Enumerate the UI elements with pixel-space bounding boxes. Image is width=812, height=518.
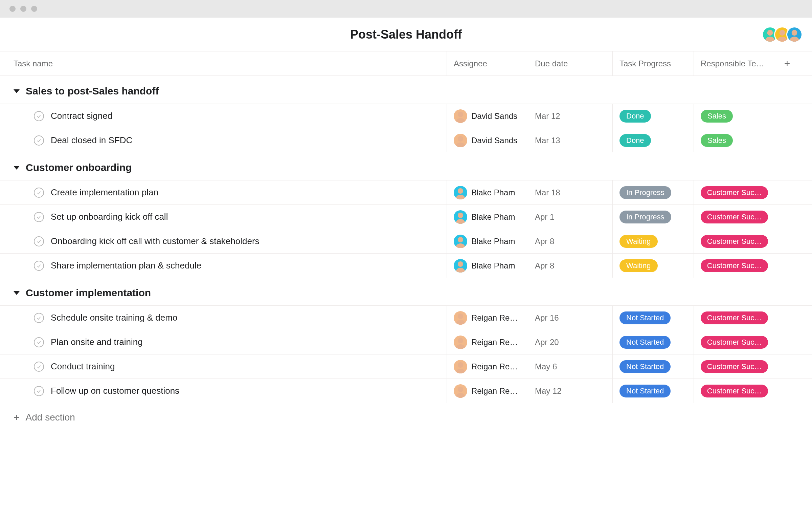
column-header-task[interactable]: Task name bbox=[0, 59, 447, 68]
team-pill[interactable]: Customer Suc… bbox=[701, 235, 768, 248]
complete-task-icon[interactable] bbox=[34, 261, 44, 271]
column-header-progress[interactable]: Task Progress bbox=[612, 51, 694, 75]
row-trailing bbox=[775, 229, 799, 253]
assignee-avatar[interactable] bbox=[454, 235, 467, 248]
team-pill[interactable]: Sales bbox=[701, 134, 733, 147]
progress-pill[interactable]: In Progress bbox=[619, 211, 671, 223]
sections-mount: Sales to post-Sales handoffContract sign… bbox=[0, 76, 812, 403]
chevron-down-icon bbox=[14, 89, 20, 93]
collaborator-avatar[interactable] bbox=[786, 26, 803, 43]
progress-pill[interactable]: Not Started bbox=[619, 311, 671, 324]
due-date: Mar 12 bbox=[535, 111, 560, 121]
complete-task-icon[interactable] bbox=[34, 111, 44, 121]
team-pill[interactable]: Sales bbox=[701, 110, 733, 123]
chevron-down-icon bbox=[14, 166, 20, 170]
task-row[interactable]: Onboarding kick off call with customer &… bbox=[0, 229, 812, 253]
add-section-label: Add section bbox=[26, 412, 75, 423]
complete-task-icon[interactable] bbox=[34, 386, 44, 396]
progress-pill[interactable]: In Progress bbox=[619, 186, 671, 199]
section-header[interactable]: Sales to post-Sales handoff bbox=[0, 76, 812, 104]
assignee-name: Blake Pham bbox=[471, 237, 515, 246]
plus-icon: + bbox=[14, 412, 20, 423]
svg-point-7 bbox=[458, 237, 463, 242]
section-title: Customer onboarding bbox=[26, 162, 132, 173]
team-pill[interactable]: Customer Suc… bbox=[701, 385, 768, 397]
task-name: Deal closed in SFDC bbox=[51, 135, 132, 146]
column-header-team[interactable]: Responsible Te… bbox=[694, 51, 775, 75]
due-date: Apr 20 bbox=[535, 338, 559, 347]
svg-point-3 bbox=[458, 112, 463, 117]
task-row[interactable]: Follow up on customer questionsReigan Re… bbox=[0, 379, 812, 403]
task-row[interactable]: Conduct trainingReigan Rea…May 6Not Star… bbox=[0, 354, 812, 379]
task-row[interactable]: Schedule onsite training & demoReigan Re… bbox=[0, 305, 812, 330]
team-pill[interactable]: Customer Suc… bbox=[701, 311, 768, 324]
task-name: Contract signed bbox=[51, 111, 112, 121]
task-row[interactable]: Set up onboarding kick off callBlake Pha… bbox=[0, 204, 812, 229]
section-header[interactable]: Customer implementation bbox=[0, 278, 812, 305]
assignee-avatar[interactable] bbox=[454, 210, 467, 224]
row-trailing bbox=[775, 354, 799, 379]
svg-point-10 bbox=[458, 338, 463, 343]
progress-pill[interactable]: Not Started bbox=[619, 336, 671, 349]
svg-point-9 bbox=[458, 314, 463, 319]
team-pill[interactable]: Customer Suc… bbox=[701, 211, 768, 223]
progress-pill[interactable]: Done bbox=[619, 134, 651, 147]
complete-task-icon[interactable] bbox=[34, 236, 44, 246]
due-date: Apr 8 bbox=[535, 261, 554, 271]
window-dot bbox=[20, 6, 26, 12]
svg-point-0 bbox=[767, 30, 773, 36]
complete-task-icon[interactable] bbox=[34, 337, 44, 347]
progress-pill[interactable]: Waiting bbox=[619, 259, 658, 272]
assignee-avatar[interactable] bbox=[454, 384, 467, 398]
task-name: Onboarding kick off call with customer &… bbox=[51, 236, 260, 246]
assignee-avatar[interactable] bbox=[454, 360, 467, 373]
task-row[interactable]: Share implementation plan & scheduleBlak… bbox=[0, 253, 812, 278]
due-date: Mar 13 bbox=[535, 136, 560, 145]
task-name: Plan onsite and training bbox=[51, 337, 143, 347]
window-dot bbox=[9, 6, 16, 12]
section-title: Customer implementation bbox=[26, 287, 151, 299]
team-pill[interactable]: Customer Suc… bbox=[701, 259, 768, 272]
page-title: Post-Sales Handoff bbox=[350, 27, 462, 42]
assignee-name: Reigan Rea… bbox=[471, 362, 521, 371]
assignee-name: Blake Pham bbox=[471, 261, 515, 271]
task-row[interactable]: Contract signedDavid SandsMar 12DoneSale… bbox=[0, 104, 812, 128]
assignee-name: Blake Pham bbox=[471, 188, 515, 197]
add-section-button[interactable]: + Add section bbox=[0, 403, 812, 423]
column-header-due[interactable]: Due date bbox=[528, 51, 612, 75]
section-title: Sales to post-Sales handoff bbox=[26, 85, 159, 97]
task-row[interactable]: Create implementation planBlake PhamMar … bbox=[0, 180, 812, 204]
complete-task-icon[interactable] bbox=[34, 188, 44, 198]
complete-task-icon[interactable] bbox=[34, 313, 44, 323]
assignee-avatar[interactable] bbox=[454, 186, 467, 199]
assignee-name: David Sands bbox=[471, 111, 517, 121]
column-header-row: Task name Assignee Due date Task Progres… bbox=[0, 51, 812, 76]
section-header[interactable]: Customer onboarding bbox=[0, 152, 812, 180]
progress-pill[interactable]: Not Started bbox=[619, 360, 671, 373]
content: Post-Sales Handoff Task name Assignee Du… bbox=[0, 18, 812, 423]
assignee-avatar[interactable] bbox=[454, 311, 467, 325]
assignee-avatar[interactable] bbox=[454, 336, 467, 349]
task-name: Set up onboarding kick off call bbox=[51, 212, 168, 222]
task-name: Conduct training bbox=[51, 361, 115, 372]
assignee-avatar[interactable] bbox=[454, 134, 467, 147]
task-name: Schedule onsite training & demo bbox=[51, 312, 177, 323]
row-trailing bbox=[775, 254, 799, 278]
assignee-name: Blake Pham bbox=[471, 212, 515, 222]
complete-task-icon[interactable] bbox=[34, 362, 44, 372]
assignee-avatar[interactable] bbox=[454, 259, 467, 273]
progress-pill[interactable]: Waiting bbox=[619, 235, 658, 248]
task-row[interactable]: Deal closed in SFDCDavid SandsMar 13Done… bbox=[0, 128, 812, 152]
team-pill[interactable]: Customer Suc… bbox=[701, 360, 768, 373]
task-row[interactable]: Plan onsite and trainingReigan Rea…Apr 2… bbox=[0, 330, 812, 354]
row-trailing bbox=[775, 306, 799, 330]
complete-task-icon[interactable] bbox=[34, 135, 44, 146]
column-header-assignee[interactable]: Assignee bbox=[447, 51, 528, 75]
add-column-button[interactable]: + bbox=[775, 51, 799, 75]
team-pill[interactable]: Customer Suc… bbox=[701, 336, 768, 349]
progress-pill[interactable]: Not Started bbox=[619, 385, 671, 397]
team-pill[interactable]: Customer Suc… bbox=[701, 186, 768, 199]
assignee-avatar[interactable] bbox=[454, 109, 467, 123]
complete-task-icon[interactable] bbox=[34, 212, 44, 222]
progress-pill[interactable]: Done bbox=[619, 110, 651, 123]
